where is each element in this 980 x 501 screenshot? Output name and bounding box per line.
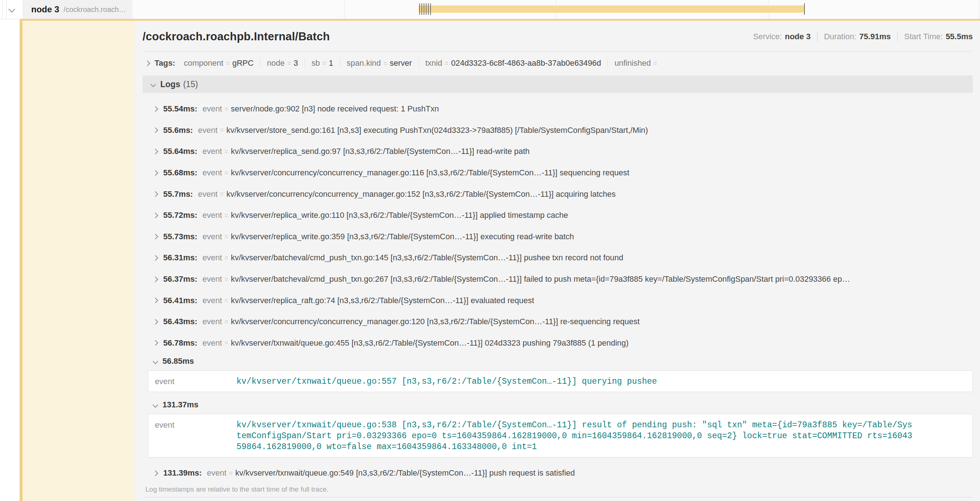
chevron-down-icon	[153, 358, 159, 364]
equals-sign: =	[229, 469, 233, 477]
span-detail-panel: /cockroach.roachpb.Internal/Batch Servic…	[135, 21, 980, 501]
log-field-name: event	[202, 317, 222, 326]
log-field-name: event	[202, 168, 222, 177]
tag-item: span.kind = server	[340, 59, 419, 68]
log-entry-row[interactable]: 55.64ms: event = kv/kvserver/replica_sen…	[143, 141, 973, 162]
overview-value: 55.5ms	[945, 32, 973, 41]
equals-sign: =	[224, 169, 229, 177]
equals-sign: =	[224, 148, 229, 155]
log-timestamp: 56.85ms	[162, 356, 194, 366]
log-entry-row[interactable]: 56.41ms: event = kv/kvserver/replica_raf…	[143, 290, 973, 311]
log-field-name: event	[198, 190, 218, 199]
chevron-right-icon	[153, 255, 159, 261]
log-entry-row[interactable]: 131.37ms	[143, 397, 973, 412]
overview-label: Start Time:	[904, 32, 943, 41]
tree-indent-line	[6, 0, 6, 19]
chevron-down-icon[interactable]	[8, 6, 15, 12]
logs-accordion-header[interactable]: Logs (15)	[143, 75, 973, 93]
log-entry-row[interactable]: 56.43ms: event = kv/kvserver/concurrency…	[143, 311, 973, 333]
span-title: /cockroach.roachpb.Internal/Batch	[143, 30, 330, 43]
span-operation-name: /cockroach.roach…	[64, 5, 126, 14]
chevron-right-icon	[153, 319, 159, 325]
log-value: kv/kvserver/concurrency/concurrency_mana…	[226, 190, 616, 199]
log-value: kv/kvserver/batcheval/cmd_push_txn.go:14…	[231, 253, 624, 262]
log-entry-row[interactable]: 56.78ms: event = kv/kvserver/txnwait/que…	[143, 333, 973, 354]
divider	[143, 51, 973, 51]
log-value: kv/kvserver/replica_write.go:359 [n3,s3,…	[231, 232, 574, 241]
log-entry-row[interactable]: 56.31ms: event = kv/kvserver/batcheval/c…	[143, 247, 973, 269]
tag-key: unfinished	[614, 59, 651, 68]
chevron-right-icon	[153, 276, 159, 282]
overview-value: node 3	[785, 32, 811, 41]
log-entry-row[interactable]: 55.7ms: event = kv/kvserver/concurrency/…	[143, 183, 973, 205]
log-entry-row[interactable]: 56.85ms	[143, 354, 973, 369]
log-field-name: event	[202, 147, 222, 156]
tag-value: 1	[329, 59, 333, 68]
span-bar[interactable]	[418, 5, 805, 13]
tag-key: span.kind	[347, 59, 381, 68]
span-timeline: 75.91ms	[132, 0, 980, 19]
log-field-name: event	[202, 253, 222, 262]
log-detail-table: event kv/kvserver/txnwait/queue.go:557 […	[148, 370, 973, 392]
logs-list: 55.54ms: event = server/node.go:902 [n3]…	[143, 98, 973, 484]
tags-row[interactable]: Tags: component = gRPC node = 3 sb = 1 s…	[143, 56, 973, 70]
log-entry-row[interactable]: 56.37ms: event = kv/kvserver/batcheval/c…	[143, 269, 973, 290]
log-entry-row[interactable]: 55.73ms: event = kv/kvserver/replica_wri…	[143, 226, 973, 247]
overview-item: Service:node 3	[746, 32, 817, 41]
log-value: kv/kvserver/txnwait/queue.go:557 [n3,s3,…	[237, 376, 915, 387]
log-entry-row[interactable]: 131.39ms: event = kv/kvserver/txnwait/qu…	[143, 463, 973, 484]
detail-header-row: /cockroach.roachpb.Internal/Batch Servic…	[143, 21, 973, 43]
log-timestamp: 131.39ms:	[163, 468, 202, 478]
log-tick-icon	[424, 3, 424, 15]
log-tick-icon	[419, 3, 420, 15]
logs-title: Logs	[160, 80, 180, 89]
chevron-down-icon	[151, 81, 156, 87]
tag-key: component	[184, 59, 223, 68]
span-service-name: node 3	[31, 4, 59, 14]
log-timestamp: 55.64ms:	[163, 147, 197, 156]
tag-key: node	[267, 59, 285, 68]
log-detail-table: event kv/kvserver/txnwait/queue.go:538 […	[148, 414, 973, 458]
span-name-cell[interactable]: node 3 /cockroach.roach…	[22, 0, 132, 19]
log-field-name: event	[155, 376, 237, 387]
overview-item: Start Time:55.5ms	[897, 32, 973, 41]
chevron-right-icon	[153, 106, 159, 112]
log-value: kv/kvserver/replica_send.go:97 [n3,s3,r6…	[231, 147, 530, 156]
log-value: kv/kvserver/store_send.go:161 [n3,s3] ex…	[226, 126, 648, 135]
log-field-name: event	[202, 338, 222, 348]
log-entry-row[interactable]: 55.54ms: event = server/node.go:902 [n3]…	[143, 98, 973, 120]
timeline-gridline	[344, 0, 345, 19]
log-field-name: event	[155, 420, 237, 452]
chevron-right-icon	[153, 149, 159, 155]
log-entry-row[interactable]: 55.68ms: event = kv/kvserver/concurrency…	[143, 162, 973, 184]
chevron-right-icon	[145, 60, 151, 66]
log-value: kv/kvserver/concurrency/concurrency_mana…	[231, 317, 640, 326]
logs-count: (15)	[183, 80, 198, 89]
log-value: kv/kvserver/concurrency/concurrency_mana…	[231, 168, 630, 177]
equals-sign: =	[224, 318, 229, 325]
timeline-gridline	[979, 0, 979, 19]
chevron-down-icon	[153, 402, 159, 408]
equals-sign: =	[224, 212, 229, 219]
equals-sign: =	[653, 59, 657, 67]
log-timestamp: 56.31ms:	[163, 253, 197, 262]
tag-key: txnid	[425, 59, 442, 68]
equals-sign: =	[224, 276, 229, 283]
tags-list: component = gRPC node = 3 sb = 1 span.ki…	[177, 59, 666, 68]
log-field-name: event	[202, 232, 222, 241]
log-timestamp: 56.43ms:	[163, 317, 197, 326]
equals-sign: =	[224, 254, 229, 262]
span-row[interactable]: node 3 /cockroach.roach… 75.91ms	[0, 0, 980, 19]
equals-sign: =	[224, 105, 229, 113]
log-value: server/node.go:902 [n3] node received re…	[231, 104, 439, 113]
log-tick-icon	[428, 3, 429, 15]
log-entry-row[interactable]: 55.6ms: event = kv/kvserver/store_send.g…	[143, 120, 973, 141]
logs-footer-note: Log timestamps are relative to the start…	[143, 485, 973, 493]
log-value: kv/kvserver/txnwait/queue.go:549 [n3,s3,…	[235, 468, 575, 478]
chevron-right-icon	[153, 212, 159, 218]
chevron-right-icon	[153, 298, 159, 303]
log-entry-row[interactable]: 55.72ms: event = kv/kvserver/replica_wri…	[143, 205, 973, 226]
log-value: kv/kvserver/replica_raft.go:74 [n3,s3,r6…	[231, 296, 534, 305]
equals-sign: =	[224, 339, 229, 347]
tag-key: sb	[312, 59, 320, 68]
